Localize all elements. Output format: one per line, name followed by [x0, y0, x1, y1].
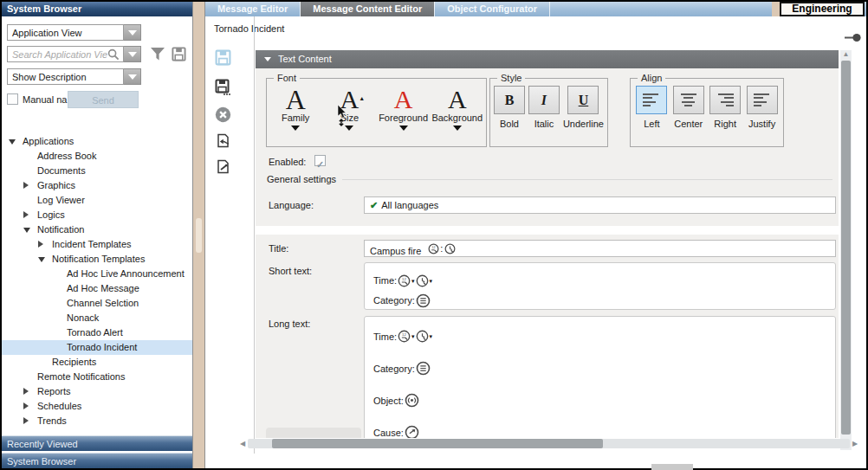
dropdown-caret-icon[interactable]: [453, 126, 462, 131]
font-foreground-button[interactable]: AForeground: [379, 86, 429, 131]
tree-collapsed-arrow-icon[interactable]: [23, 178, 34, 193]
tree-item-logics[interactable]: Logics: [2, 208, 192, 222]
font-family-button[interactable]: AFamily: [270, 86, 321, 131]
system-browser-header[interactable]: System Browser: [2, 2, 192, 16]
category-token-icon[interactable]: [416, 293, 431, 308]
title-field[interactable]: Campus fire 12:: [364, 240, 836, 257]
save-as-icon[interactable]: [214, 78, 231, 95]
time-token-icon[interactable]: [416, 330, 429, 343]
bold-icon[interactable]: B: [494, 86, 525, 114]
splitter-grip[interactable]: [196, 218, 202, 253]
view-selector-dropdown-button[interactable]: [124, 24, 141, 41]
date-token-icon[interactable]: 12: [398, 274, 411, 287]
system-browser-bar[interactable]: System Browser: [2, 453, 192, 468]
export-icon[interactable]: [214, 158, 231, 175]
tree-collapsed-arrow-icon[interactable]: [23, 399, 34, 414]
time-token-icon[interactable]: [416, 274, 429, 287]
dropdown-caret-icon[interactable]: [291, 126, 300, 131]
scroll-left-icon[interactable]: ◀: [239, 440, 246, 448]
horizontal-scrollbar-thumb[interactable]: [272, 439, 603, 448]
object-token-icon[interactable]: [405, 393, 419, 408]
short-text-field[interactable]: Time:12▾▾Category:: [364, 262, 836, 310]
tree-expanded-arrow-icon[interactable]: [9, 134, 19, 149]
tree-item-log-viewer[interactable]: Log Viewer: [2, 193, 192, 208]
pin-icon[interactable]: [845, 30, 862, 46]
vertical-scrollbar-thumb[interactable]: [841, 61, 851, 435]
tree-item-ad-hoc-message[interactable]: Ad Hoc Message: [2, 281, 192, 296]
system-browser-bar-label: System Browser: [7, 456, 76, 467]
send-button[interactable]: Send: [68, 91, 139, 108]
tree-item-notification-templates[interactable]: Notification Templates: [2, 252, 192, 267]
style-group: Style BBoldIItalicUUnderline: [489, 78, 608, 147]
font-size-button[interactable]: A▲Size: [324, 86, 374, 131]
enabled-checkbox[interactable]: ✓: [314, 155, 326, 166]
tree-item-documents[interactable]: Documents: [2, 164, 192, 178]
engineering-mode-tab[interactable]: Engineering: [780, 2, 865, 16]
font-background-button[interactable]: ABackground: [432, 86, 483, 131]
tree-item-tornado-alert[interactable]: Tornado Alert: [2, 325, 192, 340]
save-icon[interactable]: [214, 48, 231, 66]
dropdown-caret-icon[interactable]: [399, 126, 408, 131]
view-selector[interactable]: Application View: [7, 24, 124, 41]
tree-expanded-arrow-icon[interactable]: [38, 252, 49, 267]
italic-icon[interactable]: I: [528, 86, 560, 114]
long-text-rows: Time:12▾▾Category:Object:Cause:····: [373, 317, 835, 438]
scroll-up-icon[interactable]: ▲: [840, 50, 852, 59]
tree-item-applications[interactable]: Applications: [2, 134, 192, 149]
description-selector-value: Show Description: [12, 72, 87, 82]
horizontal-scrollbar-track[interactable]: [248, 439, 850, 448]
align-justify-button[interactable]: [747, 86, 778, 114]
search-dropdown-button[interactable]: [124, 46, 141, 62]
scroll-right-icon[interactable]: ▶: [852, 440, 858, 448]
tree-expanded-arrow-icon[interactable]: [23, 222, 34, 237]
manual-navigation-checkbox[interactable]: [7, 93, 18, 105]
save-search-icon[interactable]: [172, 47, 186, 65]
tree-item-channel-selction[interactable]: Channel Selction: [2, 296, 192, 311]
view-selector-value: Application View: [12, 28, 82, 38]
category-token-icon[interactable]: [416, 361, 431, 376]
align-left-button[interactable]: [636, 86, 667, 114]
tree-collapsed-arrow-icon[interactable]: [23, 414, 34, 428]
long-text-label: Long text:: [269, 319, 310, 329]
recently-viewed-bar[interactable]: Recently Viewed: [2, 435, 192, 451]
tab-object-configurator[interactable]: Object Configurator: [435, 2, 549, 16]
tree-item-trends[interactable]: Trends: [2, 414, 192, 428]
language-field[interactable]: ✔All languages: [364, 196, 836, 214]
description-selector-dropdown-button[interactable]: [124, 68, 141, 85]
filter-icon[interactable]: [150, 47, 165, 65]
window-resize-grip[interactable]: [651, 464, 693, 470]
import-icon[interactable]: [214, 132, 231, 149]
tree-item-ad-hoc-live-announcement[interactable]: Ad Hoc Live Announcement: [2, 267, 192, 281]
tree-item-incident-templates[interactable]: Incident Templates: [2, 237, 192, 252]
tree-item-address-book[interactable]: Address Book: [2, 149, 192, 164]
align-center-button[interactable]: [673, 86, 704, 114]
cause-token-icon[interactable]: [405, 425, 419, 438]
tree-item-nonack[interactable]: Nonack: [2, 311, 192, 325]
date-token-icon[interactable]: 12: [428, 243, 439, 254]
description-selector[interactable]: Show Description: [7, 68, 124, 85]
discard-icon[interactable]: [214, 106, 231, 123]
underline-icon[interactable]: U: [567, 86, 599, 114]
tree-item-recipients[interactable]: Recipients: [2, 355, 192, 370]
align-right-button[interactable]: [709, 86, 741, 114]
vertical-scrollbar[interactable]: ▲ ▼: [840, 50, 852, 450]
tree-item-remote-notifications[interactable]: Remote Notifications: [2, 370, 192, 384]
tree-item-reports[interactable]: Reports: [2, 384, 192, 399]
tree-item-notification[interactable]: Notification: [2, 222, 192, 237]
tree-item-graphics[interactable]: Graphics: [2, 178, 192, 193]
time-token-icon[interactable]: [444, 243, 456, 254]
date-token-icon[interactable]: 12: [398, 330, 411, 343]
tree-collapsed-arrow-icon[interactable]: [23, 384, 34, 399]
search-input[interactable]: [7, 46, 124, 62]
text-content-section-header[interactable]: Text Content: [256, 50, 839, 68]
tab-message-editor[interactable]: Message Editor: [205, 2, 300, 16]
tree-item-schedules[interactable]: Schedules: [2, 399, 192, 414]
tree-collapsed-arrow-icon[interactable]: [38, 237, 49, 252]
tree-collapsed-arrow-icon[interactable]: [23, 208, 34, 222]
tab-message-content-editor[interactable]: Message Content Editor: [301, 2, 434, 16]
horizontal-scrollbar[interactable]: ◀ ▶: [239, 438, 858, 449]
dropdown-caret-icon[interactable]: [345, 126, 353, 131]
general-settings-divider: [342, 179, 832, 180]
long-text-field[interactable]: Time:12▾▾Category:Object:Cause:····: [364, 316, 836, 438]
tree-item-tornado-incident[interactable]: Tornado Incident: [2, 340, 192, 355]
